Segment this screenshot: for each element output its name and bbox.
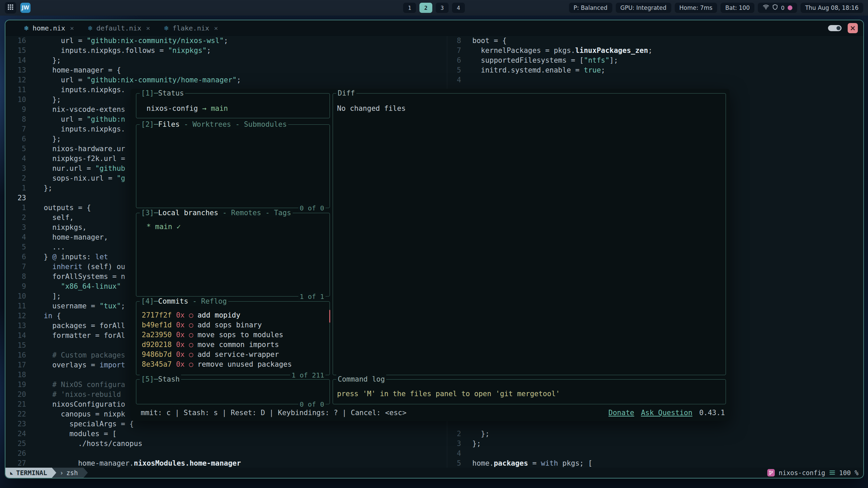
line-number: 14 [17, 56, 26, 65]
lazygit-status-panel[interactable]: [1]─Status nixos-config → main [136, 93, 330, 118]
lazygit-files-panel[interactable]: [2]─Files - Worktrees - Submodules 0 of … [136, 124, 330, 208]
line-number: 5 [452, 459, 461, 468]
lazygit-branches-panel[interactable]: [3]─Local branches - Remotes - Tags * ma… [136, 213, 330, 297]
line-number: 11 [17, 85, 26, 95]
commit-row[interactable]: d920218 0x ○ move common imports [142, 340, 330, 350]
powerline-separator-icon [52, 468, 56, 478]
workspace-button-1[interactable]: 1 [403, 3, 416, 13]
code-line: 3}; [452, 439, 652, 449]
code-line: 27 home-manager.nixosModules.home-manage… [17, 459, 241, 468]
tab-close-icon[interactable]: × [146, 24, 150, 32]
workspace-button-3[interactable]: 3 [436, 3, 449, 13]
line-number: 12 [17, 311, 26, 321]
line-number: 8 [17, 272, 26, 282]
workspace-badge[interactable]: JW [20, 3, 31, 13]
clock[interactable]: Thu Aug 08, 18:16 [801, 3, 863, 13]
line-number: 6 [17, 252, 26, 262]
mode-label: TERMINAL [16, 469, 47, 476]
terminal-window: ❄home.nix×❄default.nix×❄flake.nix× × 16 … [5, 20, 864, 479]
line-number: 10 [17, 291, 26, 301]
tab-close-icon[interactable]: × [70, 24, 74, 32]
statusline-shell: › zsh [56, 468, 83, 478]
tab-default.nix[interactable]: ❄default.nix× [81, 20, 157, 36]
panel-title: [1]─Status [140, 89, 185, 98]
line-number: 3 [452, 439, 461, 449]
lazygit-options-bar: mmit: c | Stash: s | Reset: D | Keybindi… [141, 409, 725, 417]
commit-row[interactable]: 2717f2f 0x ○ add mopidy [142, 310, 330, 320]
lazygit-diff-panel[interactable]: Diff No changed files [333, 93, 726, 375]
line-number: 15 [17, 341, 26, 350]
command-log-content: press 'M' in the files panel to open 'gi… [333, 380, 726, 399]
workspace-button-2[interactable]: 2 [419, 3, 432, 13]
tab-label: default.nix [96, 24, 141, 32]
donate-link[interactable]: Donate [609, 409, 634, 417]
ask-question-link[interactable]: Ask Question [641, 409, 692, 417]
line-number: 7 [17, 124, 26, 134]
line-number: 22 [17, 409, 26, 419]
line-number: 14 [17, 331, 26, 341]
tab-close-icon[interactable]: × [214, 24, 218, 32]
line-number: 1 [17, 183, 26, 193]
shell-prompt-icon: › [60, 469, 63, 476]
line-number: 9 [17, 282, 26, 291]
statusline-mode: ◣ TERMINAL [5, 468, 52, 478]
line-number: 11 [17, 301, 26, 311]
keybindings-hint: mmit: c | Stash: s | Reset: D | Keybindi… [141, 409, 407, 417]
code-line: 2 }; [452, 429, 652, 439]
line-number: 24 [17, 429, 26, 439]
lazygit-version: 0.43.1 [699, 409, 725, 417]
shell-label: zsh [66, 469, 78, 476]
line-number: 2 [452, 429, 461, 439]
lazygit-commits-panel[interactable]: [4]─Commits - Reflog 2717f2f 0x ○ add mo… [136, 301, 330, 375]
line-number: 5 [452, 65, 461, 75]
tabs: ❄home.nix×❄default.nix×❄flake.nix× [17, 20, 225, 36]
panel-count: 0 of 0 [298, 400, 326, 408]
line-number: 16 [17, 36, 26, 46]
line-number: 3 [17, 223, 26, 232]
status-pill: P: Balanced [569, 3, 612, 13]
statusline-repo: nixos-config [779, 469, 825, 476]
commit-row[interactable]: 9486b7d 0x ○ add service-wrapper [142, 350, 330, 360]
code-line: 6 supportedFilesystems = ["ntfs"]; [452, 56, 652, 65]
line-number: 10 [17, 95, 26, 105]
terminal-mode-icon: ◣ [10, 470, 13, 475]
line-number: 2 [17, 213, 26, 223]
panel-title: [2]─Files - Worktrees - Submodules [140, 120, 288, 129]
line-number: 5 [17, 144, 26, 154]
window-close-button[interactable]: × [848, 23, 858, 33]
line-number: 4 [17, 232, 26, 242]
lazygit-command-log-panel[interactable]: Command log press 'M' in the files panel… [333, 379, 726, 404]
code-line: 12 url = "github:nix-community/home-mana… [17, 75, 241, 85]
commits-scrollbar[interactable] [329, 310, 330, 323]
lazygit-stash-panel[interactable]: [5]─Stash 0 of 0 [136, 379, 330, 404]
topbar-left: JW [5, 2, 31, 14]
line-number: 4 [452, 75, 461, 85]
tab-bar: ❄home.nix×❄default.nix×❄flake.nix× × [5, 20, 863, 36]
line-number: 13 [17, 321, 26, 331]
line-number: 18 [17, 370, 26, 380]
workspace-switcher: 1234 [403, 3, 465, 13]
line-number: 23 [17, 193, 26, 203]
system-tray[interactable]: 0 [758, 3, 797, 13]
nix-snowflake-icon: ❄ [164, 24, 169, 32]
lazygit-links: Donate Ask Question 0.43.1 [609, 409, 725, 417]
status-pills: P: BalancedGPU: IntegratedHome: 7msBat: … [569, 3, 755, 13]
powerline-separator-icon [83, 468, 88, 478]
panel-title: [4]─Commits - Reflog [140, 297, 228, 306]
scroll-lines-icon [829, 469, 835, 476]
panel-title: Diff [336, 89, 356, 98]
panel-title: [3]─Local branches - Remotes - Tags [140, 208, 293, 217]
code-line: 4 [452, 449, 652, 459]
workspace-button-4[interactable]: 4 [452, 3, 465, 13]
commit-row[interactable]: 8e345a7 0x ○ remove unused packages [142, 360, 330, 369]
toggle-switch[interactable] [828, 25, 842, 31]
diff-content: No changed files [333, 94, 726, 114]
tab-home.nix[interactable]: ❄home.nix× [17, 20, 81, 36]
tab-flake.nix[interactable]: ❄flake.nix× [157, 20, 225, 36]
line-number: 5 [17, 242, 26, 252]
app-launcher-button[interactable] [5, 2, 16, 14]
commit-row[interactable]: b49ef1d 0x ○ add sops binary [142, 320, 330, 330]
line-number: 4 [452, 449, 461, 459]
commit-row[interactable]: 2a23950 0x ○ move sops to modules [142, 330, 330, 340]
line-number: 17 [17, 360, 26, 370]
